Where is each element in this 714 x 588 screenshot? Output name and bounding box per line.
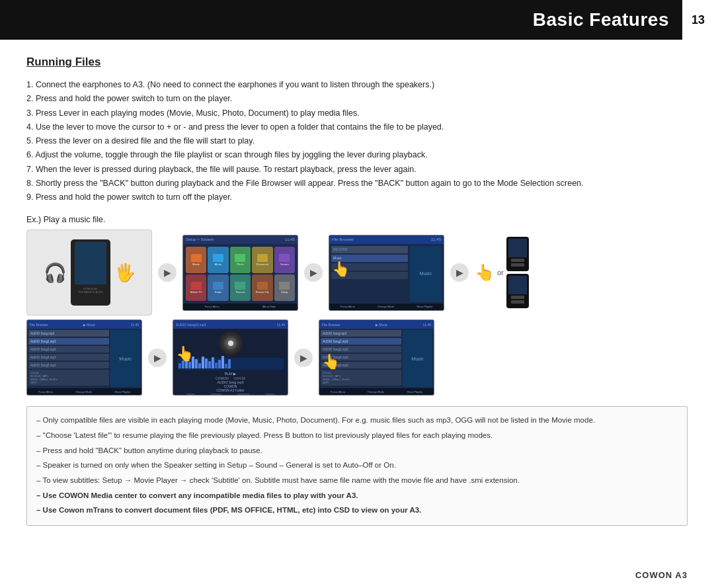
or-text: or [497, 269, 504, 276]
step-6: 6. Adjust the volume, toggle through the… [26, 148, 688, 162]
note-3: – Press and hold "BACK" button anytime d… [36, 444, 678, 458]
note-1: – Only compatible files are visible in e… [36, 413, 678, 427]
page-title: Basic Features [533, 9, 682, 30]
notes-box: – Only compatible files are visible in e… [26, 406, 688, 526]
screen-bottom-1: Focus Menu [205, 305, 219, 308]
step-8: 8. Shortly press the "BACK" button durin… [26, 177, 688, 190]
hand-icon-1: 🖐 [114, 263, 136, 283]
menu-setup: Setup [274, 274, 295, 301]
note-2: – "Choose 'Latest file'" to resume playi… [36, 429, 678, 442]
screenshot-device-earphone: 🎧 COWON A3PORTABLE PLAYER 🖐 [26, 230, 152, 315]
page-number: 13 [682, 0, 714, 40]
step-1: 1. Connect the earphones to A3. (No need… [26, 78, 688, 92]
screenshot-musicplayer: 👆 AUDIO Song02.mp3 11:45 [173, 319, 288, 396]
note-4: – Speaker is turned on only when the Spe… [36, 458, 678, 472]
menu-photo: Photo [230, 247, 251, 273]
steps-list: 1. Connect the earphones to A3. (No need… [26, 78, 688, 204]
menu-music: Music [208, 247, 228, 273]
device-screen [75, 242, 106, 284]
header-title-area: Basic Features 13 [533, 0, 714, 40]
screen-bottom-2: Menu State [262, 305, 276, 308]
screenshot-menu: Setup > System 11:45 Movie Music [182, 235, 298, 311]
menu-movie: Movie [186, 247, 206, 273]
screenshots-row1: 🎧 COWON A3PORTABLE PLAYER 🖐 ▶ Setup > Sy… [26, 230, 688, 315]
menu-screen: Screen [274, 247, 295, 273]
device-side-buttons [506, 237, 529, 308]
step-2: 2. Press and hold the power switch to tu… [26, 92, 688, 106]
step4-or-group: 👆 or [475, 237, 529, 308]
menu-recentfile: Recent File [252, 274, 272, 301]
footer-brand: COWON A3 [635, 570, 688, 580]
arrow-right-2: ▶ [304, 263, 323, 282]
step-3: 3. Press Lever in each playing modes (Mo… [26, 106, 688, 120]
arrow-right-4: ▶ [148, 349, 167, 367]
menu-document: Document [252, 247, 272, 273]
waveform [177, 358, 284, 370]
device-label: COWON A3PORTABLE PLAYER [78, 287, 103, 294]
note-6: – Use COWON Media center to convert any … [36, 489, 678, 503]
step-4: 4. Use the lever to move the cursor to +… [26, 120, 688, 134]
step-9: 9. Press and hold the power switch to tu… [26, 190, 688, 204]
screen-path: Setup > System [186, 237, 214, 241]
main-content: Running Files 1. Connect the earphones t… [0, 40, 714, 547]
step-5: 5. Press the lever on a desired file and… [26, 134, 688, 148]
screenshot-filebrowser2: 👆 File Browser ▶ Music 11:45 AUDIO Song.… [319, 319, 434, 396]
example-label: Ex.) Play a music file. [26, 215, 688, 224]
section-title: Running Files [26, 56, 688, 69]
screenshot-filebrowser: 👆 File Browser 11:45 RECORD Music Music [329, 235, 444, 311]
device-shape: COWON A3PORTABLE PLAYER [71, 239, 110, 306]
header-bar: Basic Features 13 [0, 0, 714, 40]
hand-cursor-4: 👆 [475, 263, 495, 282]
screenshots-row2: File Browser ▶ Music 11:45 AUDIO Song.mp… [26, 319, 688, 396]
page-footer: COWON A3 [0, 562, 714, 588]
arrow-right-3: ▶ [450, 263, 469, 282]
note-7: – Use Cowon mTrans to convert document f… [36, 503, 678, 517]
screenshot-filelist: File Browser ▶ Music 11:45 AUDIO Song.mp… [26, 319, 142, 396]
note-5: – To view subtitles: Setup → Movie Playe… [36, 474, 678, 487]
step-7: 7. When the lever is pressed during play… [26, 163, 688, 177]
arrow-right-1: ▶ [158, 263, 177, 282]
menu-radio: Radio [208, 274, 228, 301]
menu-mobiletv: Mobile TV [186, 274, 206, 301]
arrow-right-5: ▶ [294, 349, 313, 367]
earphone-icon: 🎧 [44, 262, 67, 284]
menu-record: Record [230, 274, 251, 301]
screen-time: 11:45 [285, 237, 295, 241]
